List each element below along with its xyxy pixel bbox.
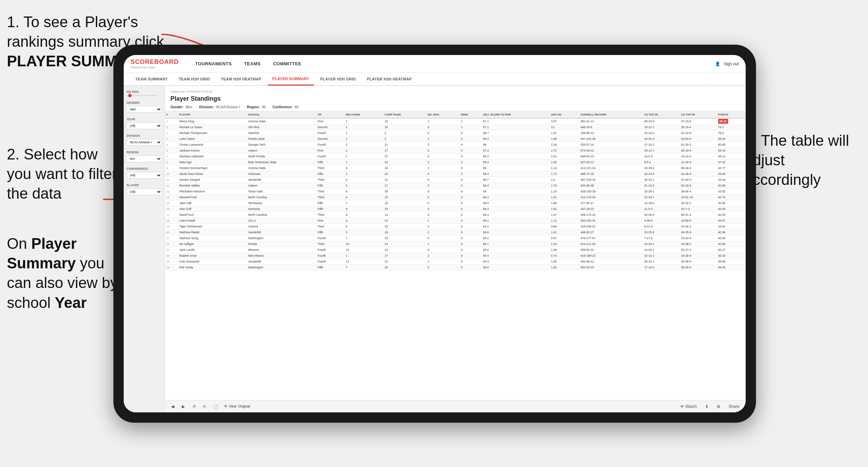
sub-nav-team-h2h-grid[interactable]: TEAM H2H GRID — [174, 73, 215, 86]
cell-adj: 67.1 — [482, 124, 550, 130]
sub-nav-player-h2h-grid[interactable]: PLAYER H2H GRID — [315, 73, 361, 86]
cell-yr: Fifth — [316, 200, 344, 206]
cell-vt25: 20-14-5 — [643, 171, 680, 177]
cell-conf-rank: 27 — [383, 154, 426, 159]
sidebar-player-select[interactable]: (All) — [126, 188, 162, 195]
cell-avg-sg: 2.72 — [550, 148, 579, 154]
toolbar-forward[interactable]: ▶ — [180, 403, 187, 410]
sidebar-division-select[interactable]: NCAA Division I — [126, 139, 162, 146]
cell-avg-sg: 1.43 — [550, 241, 579, 247]
toolbar-download[interactable]: ⬇ — [703, 403, 711, 410]
cell-yr: Fifth — [316, 183, 344, 189]
table-row: 4 Luke Claton Florida State Second 1 2 1… — [165, 136, 746, 142]
toolbar-grid[interactable]: ⊞ — [715, 403, 722, 410]
cell-conf-rank: 24 — [383, 165, 426, 171]
cell-player: Nicholas Gabrielck — [178, 154, 247, 159]
filter-division-value: NCAA Division I — [216, 105, 240, 109]
nav-teams[interactable]: TEAMS — [238, 55, 267, 73]
cell-rank: 20 — [165, 230, 178, 235]
sub-nav-player-summary[interactable]: PLAYER SUMMARY — [268, 73, 314, 86]
filter-division: Division: NCAA Division I — [199, 105, 240, 109]
table-body: 1 Wenyi Ding Arizona State First 1 15 1 … — [165, 118, 746, 270]
cell-rank: 8 — [165, 159, 178, 165]
cell-vt25: 24-31-3 — [643, 136, 680, 142]
sidebar-conference-select[interactable]: (All) — [126, 172, 162, 179]
filter-row: Gender: Men Division: NCAA Division I Re… — [170, 105, 740, 109]
nav-tournaments[interactable]: TOURNAMENTS — [189, 55, 238, 73]
norids-slider-thumb[interactable] — [128, 94, 132, 97]
cell-vt25: 10-11-1 — [643, 253, 680, 259]
cell-wins: 0 — [459, 189, 481, 194]
cell-school: UCLA — [247, 218, 316, 224]
col-avg-sg: Avg SG — [550, 111, 579, 118]
sub-nav-team-summary[interactable]: TEAM SUMMARY — [131, 73, 173, 86]
cell-avg-sg: 1.68 — [550, 247, 579, 253]
cell-avg-sg: 1.66 — [550, 200, 579, 206]
view-label: View: Original — [229, 404, 250, 408]
toolbar-copy[interactable]: ⎘ — [201, 403, 208, 410]
sidebar-gender-label: Gender — [126, 101, 162, 104]
toolbar-share[interactable]: Share — [726, 403, 742, 410]
cell-yr: Third — [316, 189, 344, 194]
col-adj: Adj. Score to Par — [482, 111, 550, 118]
table-row: 9 Preston Summerhays Arizona State Third… — [165, 165, 746, 171]
cell-points: 39.45 — [717, 265, 746, 270]
sub-nav-team-h2h-heatmap[interactable]: TEAM H2H HEATMAP — [216, 73, 266, 86]
col-no-rds: No. Rds. — [426, 111, 459, 118]
table-row: 2 Michael Le Sasso Ole Miss Second 1 18 … — [165, 124, 746, 130]
cell-player: Jake Hall — [178, 200, 247, 206]
cell-avg-sg: 3.07 — [550, 118, 579, 124]
cell-vt25: 7-17-5 — [643, 235, 680, 241]
cell-record: 381-61-11 — [579, 118, 643, 124]
cell-adj: 67.1 — [482, 118, 550, 124]
sidebar-year-select[interactable]: (All) — [126, 122, 162, 129]
cell-rank: 9 — [165, 165, 178, 171]
cell-vt50: 47-40-3 — [680, 177, 716, 183]
sub-nav-player-h2h-heatmap[interactable]: PLAYER H2H HEATMAP — [362, 73, 417, 86]
cell-rank: 16 — [165, 206, 178, 212]
cell-avg-sg: 3.1 — [550, 124, 579, 130]
bottom-toolbar: ◀ ▶ ↺ ⎘ 🕐 👁 View: Original 👁 Watch ⬇ ⊞ S… — [165, 400, 746, 412]
cell-adj: 69.1 — [482, 194, 550, 200]
cell-record: 309-82-21 — [579, 247, 643, 253]
cell-vt50: 24-45-1 — [680, 224, 716, 230]
cell-record: 429-198-22 — [579, 224, 643, 230]
norids-slider-track[interactable] — [126, 95, 157, 96]
table-row: 15 Jake Hall Tennessee Fifth 7 18 0 0 68… — [165, 200, 746, 206]
filter-conference: Conference: All — [272, 105, 298, 109]
cell-vt50: 29-38-2 — [680, 241, 716, 247]
sidebar-gender-select[interactable]: Men — [126, 106, 162, 113]
cell-reg-rank: 5 — [344, 183, 383, 189]
cell-conf-rank: 24 — [383, 159, 426, 165]
cell-rds: 0 — [426, 247, 459, 253]
cell-record: 448-85-27 — [579, 230, 643, 235]
cell-school: Washington — [247, 265, 316, 270]
cell-reg-rank: 2 — [344, 142, 383, 148]
app-header: SCOREBOARD Powered by clippi TOURNAMENTS… — [124, 55, 746, 73]
cell-school: North Florida — [247, 154, 316, 159]
cell-rds: 1 — [426, 259, 459, 265]
cell-vt25: 17-14-2 — [643, 265, 680, 270]
nav-committee[interactable]: COMMITTEE — [267, 55, 308, 73]
sidebar-region-select[interactable]: N/A — [126, 155, 162, 162]
cell-adj: 68.4 — [482, 171, 550, 177]
sign-out[interactable]: Sign out — [724, 62, 739, 66]
cell-record: 473-177-57 — [579, 235, 643, 241]
cell-points: 46.77 — [717, 165, 746, 171]
table-area: Update time: 27/03/2024 16:56:26 Player … — [165, 86, 746, 412]
toolbar-watch[interactable]: 👁 Watch — [678, 403, 699, 410]
cell-yr: Fourth — [316, 253, 344, 259]
table-row: 17 David Ford North Carolina Third 9 12 … — [165, 212, 746, 218]
cell-vt50: 57-23-0 — [680, 118, 716, 124]
cell-record: 562-82-23 — [579, 265, 643, 270]
cell-points: 58.14 — [717, 154, 746, 159]
sidebar-filters: No Rds. Gender Men Year (All) — [124, 86, 165, 412]
col-vt25: Vs Top 25 — [643, 111, 680, 118]
toolbar-clock[interactable]: 🕐 — [211, 403, 221, 410]
cell-points: 78.2 — [717, 130, 746, 136]
toolbar-back[interactable]: ◀ — [169, 403, 176, 410]
cell-record: 377-82-17 — [579, 200, 643, 206]
cell-rds: 0 — [426, 235, 459, 241]
toolbar-refresh[interactable]: ↺ — [190, 403, 198, 410]
annotation-4: On Player Summary you can also view by s… — [7, 234, 124, 312]
